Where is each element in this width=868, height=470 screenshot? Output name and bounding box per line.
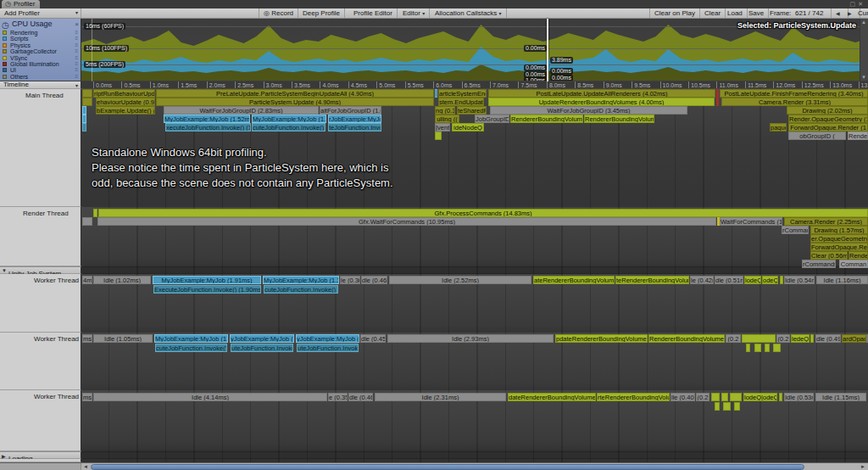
timeline-bar-worker-thread-2[interactable]: Idle (2.93ms) bbox=[387, 334, 554, 343]
timeline-bar-worker-thread-1[interactable]: Idle (0.54ms) bbox=[784, 276, 815, 284]
timeline-bar-main-thread[interactable]: obGroupID ( bbox=[788, 131, 846, 140]
timeline-bar-worker-thread-3[interactable]: Idle (1.15ms) bbox=[815, 393, 866, 401]
timeline-bar-main-thread[interactable]: xecuteJobFunction.Invoke() (1.51ms bbox=[165, 123, 251, 131]
timeline-bar-worker-thread-2[interactable]: uteJobFunction.Invoke() (1.1 bbox=[231, 344, 293, 352]
timeline-bar-main-thread[interactable]: Camera.Render (3.31ms) bbox=[721, 98, 868, 106]
timeline-bar-worker-thread-3[interactable] bbox=[721, 393, 728, 401]
timeline-bar-main-thread[interactable]: WaitForJobGroupID (3.45ms) bbox=[490, 106, 687, 115]
drag-handle-icon[interactable]: ≡ bbox=[75, 67, 78, 73]
timeline-bar-worker-thread-2[interactable]: ms) bbox=[82, 334, 92, 343]
timeline-bar-main-thread[interactable] bbox=[82, 123, 86, 131]
timeline-bar-main-thread[interactable]: [vents bbox=[435, 123, 450, 131]
timeline-bar-worker-thread-1[interactable]: dle (0.46ms bbox=[361, 276, 387, 284]
timeline-bar-main-thread[interactable]: PreLateUpdate.ParticleSystemBeginUpdateA… bbox=[156, 89, 434, 98]
legend-item-global-illumination[interactable]: Global Illumination≡ bbox=[0, 61, 81, 67]
window-menu-icon[interactable]: ▢ bbox=[850, 1, 859, 7]
timeline-bar-render-thread[interactable]: rCommand bbox=[782, 226, 809, 234]
timeline-bar-main-thread[interactable]: bExample.Update() (0.9 bbox=[96, 106, 155, 115]
clear-button[interactable]: Clear bbox=[700, 8, 726, 18]
timeline-bar-worker-thread-2[interactable]: yJobExample:MyJob (1.16ms bbox=[230, 334, 294, 343]
scroll-right-icon[interactable]: ► bbox=[859, 463, 867, 470]
timeline-bar-worker-thread-2[interactable] bbox=[765, 344, 770, 352]
timeline-bar-main-thread[interactable]: cuteJobFunction.Invoke() (1.30 bbox=[252, 123, 326, 131]
timeline-bar-main-thread[interactable]: ParticleSystem.Update (4.90ms) bbox=[156, 98, 434, 106]
timeline-bar-main-thread[interactable]: PostLateUpdate.UpdateAllRenderers (4.02m… bbox=[488, 89, 715, 98]
timeline-bar-worker-thread-3[interactable] bbox=[779, 393, 782, 401]
timeline-bar-worker-thread-3[interactable] bbox=[711, 393, 720, 401]
timeline-bar-worker-thread-1[interactable]: 4ms) bbox=[82, 276, 92, 284]
timeline-bar-main-thread[interactable] bbox=[82, 106, 86, 115]
timeline-bar-worker-thread-1[interactable]: Idle (1.16ms) bbox=[816, 276, 868, 284]
timeline-bar-main-thread[interactable] bbox=[435, 131, 442, 140]
timeline-bar-worker-thread-2[interactable] bbox=[746, 344, 750, 352]
timeline-bar-render-thread[interactable]: Gfx.ProcessCommands (14.83ms) bbox=[98, 209, 868, 217]
timeline-bar-worker-thread-3[interactable]: dateRendererBoundingVolumes (1.56m bbox=[508, 393, 596, 401]
allocation-callstacks-dropdown[interactable]: Allocation Callstacks ▾ bbox=[431, 8, 507, 18]
timeline-bar-render-thread[interactable] bbox=[93, 209, 97, 217]
record-button[interactable]: ◎ Record bbox=[259, 8, 298, 18]
clear-on-play-button[interactable]: Clear on Play bbox=[649, 8, 700, 18]
timeline-bar-worker-thread-2[interactable]: (0.2 bbox=[726, 334, 741, 343]
timeline-bar-worker-thread-1[interactable]: cuteJobFunction.Invoke() (1.33 bbox=[264, 285, 338, 294]
close-icon[interactable]: × bbox=[75, 19, 79, 30]
timeline-bar-worker-thread-3[interactable]: Idle (4.14ms) bbox=[93, 393, 327, 401]
timeline-bar-main-thread[interactable] bbox=[82, 98, 92, 106]
timeline-bar-main-thread[interactable]: Drawing (2.02ms) bbox=[787, 106, 868, 115]
timeline-bar-render-thread[interactable]: Clear (0.56ms bbox=[810, 251, 848, 260]
timeline-bar-worker-thread-3[interactable]: (0.2 bbox=[696, 393, 709, 401]
group-row-loading[interactable]: ▶Loading bbox=[0, 451, 81, 459]
timeline-bar-worker-thread-2[interactable] bbox=[810, 334, 814, 343]
timeline-view-dropdown[interactable]: Timeline ▾ bbox=[0, 81, 81, 89]
timeline-bar-main-thread[interactable]: teJobFunction.Invoke() (1. bbox=[328, 123, 381, 131]
timeline-bar-worker-thread-1[interactable]: Idle (1.02ms) bbox=[93, 276, 151, 284]
timeline-bar-main-thread[interactable] bbox=[82, 89, 92, 98]
timeline-bar-main-thread[interactable] bbox=[435, 89, 437, 98]
timeline-bar-worker-thread-3[interactable]: lle (0.40m bbox=[670, 393, 695, 401]
timeline-bar-main-thread[interactable]: PostLateUpdate.FinishFrameRendering (3.4… bbox=[720, 89, 868, 98]
timeline-bar-worker-thread-3[interactable]: ms) bbox=[82, 393, 92, 401]
timeline-bar-worker-thread-3[interactable]: rteRendererBoundingVolumes (1.3 bbox=[597, 393, 670, 401]
timeline-bar-worker-thread-2[interactable]: dle (0.45m bbox=[360, 334, 386, 343]
timeline-bar-main-thread[interactable]: aitForJobGroupID (1.09m bbox=[320, 106, 381, 115]
timeline-bar-worker-thread-2[interactable]: MyJobExample:MyJob (1.30ms) bbox=[154, 334, 228, 343]
timeline-bar-render-thread[interactable]: ForwardOpaque.Render (1 bbox=[810, 243, 868, 251]
scrollbar-thumb[interactable] bbox=[91, 464, 804, 470]
drag-handle-icon[interactable]: ≡ bbox=[75, 74, 78, 80]
timeline-bar-render-thread[interactable] bbox=[82, 217, 92, 226]
horizontal-scrollbar[interactable]: ◄ ► bbox=[0, 462, 868, 470]
legend-item-rendering[interactable]: Rendering≡ bbox=[0, 30, 81, 36]
drag-handle-icon[interactable]: ≡ bbox=[75, 42, 78, 48]
timeline-bar-worker-thread-3[interactable]: e (0.35m bbox=[328, 393, 348, 401]
foldout-icon[interactable]: ▼ bbox=[2, 268, 7, 273]
cpu-usage-module[interactable]: ◷ CPU Usage × Rendering≡Scripts≡Physics≡… bbox=[0, 19, 81, 81]
timeline-bar-main-thread[interactable]: Render.OpaqueGeometry (1.74ms bbox=[788, 115, 868, 123]
timeline-bar-worker-thread-1[interactable]: teRendererBoundingVolumes (1.3 bbox=[615, 276, 689, 284]
timeline-bar-worker-thread-2[interactable]: RendererBoundingVolumes (1 bbox=[648, 334, 725, 343]
timeline-bar-render-thread[interactable]: er.OpaqueGeometry (1.5 bbox=[810, 234, 868, 243]
scroll-up-icon[interactable]: ▲ bbox=[861, 20, 866, 25]
drag-handle-icon[interactable]: ≡ bbox=[75, 55, 78, 61]
timeline-bar-worker-thread-3[interactable]: Idle (2.31ms) bbox=[375, 393, 506, 401]
timeline-bar-worker-thread-2[interactable]: pdateRendererBoundingVolumes (1.63m bbox=[555, 334, 648, 343]
timeline-bar-main-thread[interactable]: paque.P bbox=[770, 123, 787, 131]
timeline-bar-main-thread[interactable]: MyJobExample:MyJob (1.52ms) bbox=[164, 115, 250, 123]
add-profiler-dropdown[interactable]: Add Profiler ▾ bbox=[0, 8, 81, 18]
timeline-bar-worker-thread-3[interactable]: lodeQ|odeQ bbox=[743, 393, 777, 401]
deep-profile-button[interactable]: Deep Profile bbox=[298, 8, 345, 18]
timeline-bar-worker-thread-3[interactable] bbox=[730, 393, 742, 401]
scroll-down-icon[interactable]: ▼ bbox=[861, 75, 866, 80]
foldout-icon[interactable]: ▶ bbox=[2, 453, 6, 459]
timeline-bar-worker-thread-1[interactable]: le (0.42m bbox=[690, 276, 714, 284]
legend-item-ui[interactable]: UI≡ bbox=[0, 67, 81, 73]
timeline-bar-worker-thread-3[interactable]: Idle (0.53ms) bbox=[784, 393, 814, 401]
group-row-unity-job-system[interactable]: ▼Unity Job System bbox=[0, 266, 81, 274]
timeline-bar-main-thread[interactable]: RendererBoundingVolumes (1 bbox=[510, 115, 583, 123]
timeline-bar-worker-thread-2[interactable]: dle (0.49m bbox=[815, 334, 841, 343]
timeline-bar-worker-thread-3[interactable]: dle (0.46ms bbox=[348, 393, 373, 401]
drag-handle-icon[interactable]: ≡ bbox=[75, 30, 78, 36]
timeline-bar-worker-thread-2[interactable]: cuteJobFunction.Invoke() (1.28 bbox=[155, 344, 227, 352]
timeline-bar-worker-thread-2[interactable] bbox=[773, 344, 781, 352]
timeline-bar-worker-thread-1[interactable]: MyJobExample:MyJob (1.34ms) bbox=[263, 276, 339, 284]
timeline-bar-main-thread[interactable]: JobGroupID (0 bbox=[475, 115, 509, 123]
timeline-bar-worker-thread-1[interactable]: dle (0.51ms bbox=[715, 276, 743, 284]
